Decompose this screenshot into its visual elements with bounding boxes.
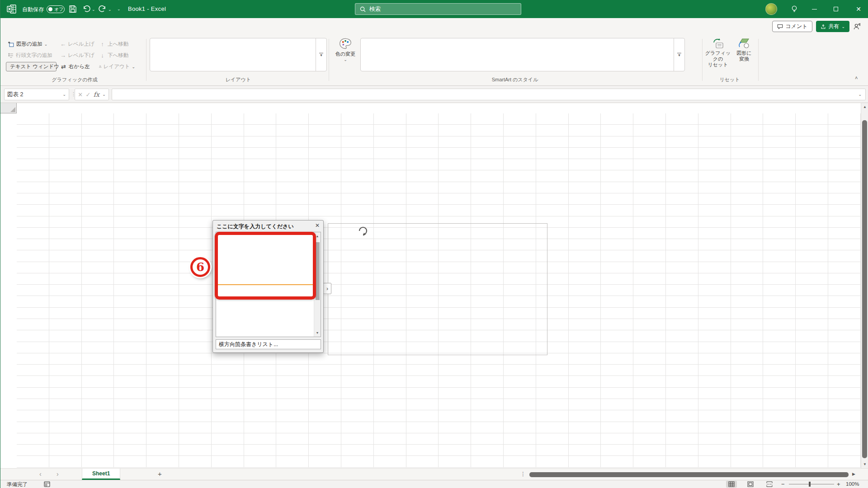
- right-to-left-button[interactable]: ⇄ 右から左: [58, 62, 95, 71]
- zoom-in-icon[interactable]: +: [837, 481, 840, 488]
- excel-app-icon[interactable]: [7, 4, 17, 14]
- move-down-label: 下へ移動: [108, 52, 128, 59]
- view-page-layout-button[interactable]: [745, 481, 756, 488]
- scroll-right-icon[interactable]: ▶: [852, 472, 855, 476]
- zoom-out-icon[interactable]: −: [781, 481, 785, 488]
- share-label: 共有: [828, 23, 839, 30]
- maximize-icon: [834, 7, 838, 11]
- vertical-scrollbar[interactable]: ▲ ▼: [861, 103, 868, 468]
- name-box-caret-icon: ⌄: [62, 92, 66, 97]
- text-pane-collapse-button[interactable]: ›: [323, 283, 331, 294]
- zoom-slider-track[interactable]: [789, 484, 834, 484]
- autosave-label: 自動保存: [22, 6, 44, 14]
- people-icon[interactable]: [853, 23, 861, 30]
- right-to-left-label: 右から左: [69, 63, 90, 70]
- share-button[interactable]: 共有 ⌄: [816, 21, 849, 32]
- maximize-button[interactable]: [826, 0, 846, 18]
- text-pane-title: ここに文字を入力してください: [217, 223, 294, 230]
- convert-to-shapes-button[interactable]: 図形に 変換: [734, 38, 755, 62]
- create-graphic-group: 図形の追加 ⌄ ← レベル上げ ↑ 上へ移動 行頭文字の追加 → レベル下: [4, 36, 145, 86]
- change-colors-button[interactable]: 色の変更 ⌄: [332, 38, 359, 63]
- reset-group-label: リセット: [703, 76, 756, 83]
- reset-graphic-icon: [712, 38, 724, 49]
- move-down-button[interactable]: ↓ 下へ移動: [97, 51, 137, 60]
- pane-scroll-thumb[interactable]: [316, 242, 320, 300]
- rotate-handle-icon[interactable]: [357, 225, 368, 237]
- search-icon: [360, 6, 366, 12]
- layout-gallery-more-button[interactable]: ▾: [316, 38, 326, 71]
- search-input[interactable]: 検索: [355, 3, 521, 15]
- promote-button[interactable]: ← レベル上げ: [58, 40, 95, 48]
- demote-button[interactable]: → レベル下げ: [58, 51, 95, 60]
- formula-bar-input[interactable]: ⌄: [112, 89, 866, 100]
- prev-sheet-icon[interactable]: ‹: [39, 470, 42, 478]
- sheet-tab-bar: ‹ › Sheet1 + ⋮ ▶: [0, 468, 868, 480]
- view-page-break-button[interactable]: [764, 481, 775, 488]
- layout-button[interactable]: レイアウト ⌄: [97, 62, 137, 71]
- next-sheet-icon[interactable]: ›: [57, 470, 59, 478]
- smartart-canvas[interactable]: ›: [328, 223, 547, 355]
- annotation-highlight-rect: [215, 232, 316, 300]
- promote-label: レベル上げ: [68, 41, 94, 47]
- text-pane-toggle-button[interactable]: テキスト ウィンドウ: [6, 62, 57, 71]
- group-separator: [758, 39, 759, 81]
- macro-record-icon[interactable]: [44, 481, 50, 487]
- convert-shapes-icon: [738, 38, 750, 49]
- styles-gallery-more-button[interactable]: ▾: [674, 38, 684, 71]
- layout-group-label: レイアウト: [148, 76, 329, 83]
- view-normal-button[interactable]: [726, 481, 737, 488]
- share-icon: [821, 24, 826, 29]
- undo-caret-icon[interactable]: ⌄: [92, 7, 95, 12]
- move-up-button[interactable]: ↑ 上へ移動: [97, 40, 137, 48]
- select-all-corner[interactable]: [0, 103, 17, 113]
- zoom-slider-handle[interactable]: [809, 482, 811, 487]
- sheet-tab-label: Sheet1: [92, 470, 110, 477]
- redo-icon[interactable]: [98, 5, 107, 14]
- close-button[interactable]: ✕: [849, 0, 868, 18]
- zoom-level[interactable]: 100%: [846, 481, 859, 487]
- autosave-toggle[interactable]: オフ: [47, 5, 65, 13]
- enter-icon[interactable]: ✓: [86, 91, 91, 98]
- add-bullet-button[interactable]: 行頭文字の追加: [6, 51, 57, 60]
- org-layout-icon: [99, 64, 102, 70]
- ribbon: 図形の追加 ⌄ ← レベル上げ ↑ 上へ移動 行頭文字の追加 → レベル下: [0, 36, 868, 86]
- annotation-number: 6: [196, 260, 204, 274]
- user-avatar[interactable]: [765, 3, 777, 15]
- move-up-label: 上へ移動: [108, 41, 128, 47]
- text-pane-close-icon[interactable]: ✕: [315, 222, 320, 229]
- undo-icon[interactable]: [82, 5, 91, 14]
- share-caret-icon: ⌄: [841, 24, 845, 29]
- quick-access-more-icon[interactable]: ⌄: [117, 7, 121, 11]
- reset-graphic-button[interactable]: グラフィックの リセット: [704, 38, 732, 68]
- group-separator: [329, 39, 329, 81]
- formula-controls: ✕ ✓ fx ⌄: [75, 89, 109, 100]
- name-box[interactable]: 図表 2 ⌄: [4, 89, 69, 100]
- formula-bar-expand-icon[interactable]: ⌄: [858, 92, 862, 97]
- add-shape-button[interactable]: 図形の追加 ⌄: [6, 40, 57, 48]
- horizontal-scroll-thumb[interactable]: [529, 472, 849, 477]
- redo-caret-icon[interactable]: ⌄: [108, 7, 112, 12]
- insert-function-icon[interactable]: fx: [94, 91, 99, 98]
- pane-scroll-up-icon[interactable]: ▲: [316, 235, 319, 238]
- comments-button[interactable]: コメント: [772, 21, 812, 32]
- toggle-knob: [48, 7, 52, 11]
- text-pane-label: テキスト ウィンドウ: [10, 63, 59, 70]
- save-icon[interactable]: [68, 5, 77, 14]
- vertical-scroll-thumb[interactable]: [862, 120, 867, 458]
- reset-graphic-label2: リセット: [708, 62, 728, 68]
- move-down-icon: ↓: [99, 52, 106, 59]
- minimize-button[interactable]: [804, 0, 824, 18]
- pane-scroll-down-icon[interactable]: ▼: [316, 331, 319, 334]
- scroll-up-icon[interactable]: ▲: [861, 105, 868, 109]
- sheet-tab-sheet1[interactable]: Sheet1: [82, 469, 120, 480]
- group-separator: [702, 39, 703, 81]
- lightbulb-icon[interactable]: [790, 5, 799, 14]
- sheetbar-kebab-icon[interactable]: ⋮: [520, 471, 526, 477]
- scroll-down-icon[interactable]: ▼: [861, 462, 868, 466]
- cancel-icon[interactable]: ✕: [78, 91, 83, 98]
- collapse-ribbon-icon[interactable]: ˄: [855, 75, 858, 80]
- add-sheet-icon[interactable]: +: [158, 470, 162, 478]
- add-bullet-label: 行頭文字の追加: [16, 52, 52, 59]
- layout-group: ▾ レイアウト: [148, 36, 329, 86]
- fx-caret-icon: ⌄: [102, 92, 106, 97]
